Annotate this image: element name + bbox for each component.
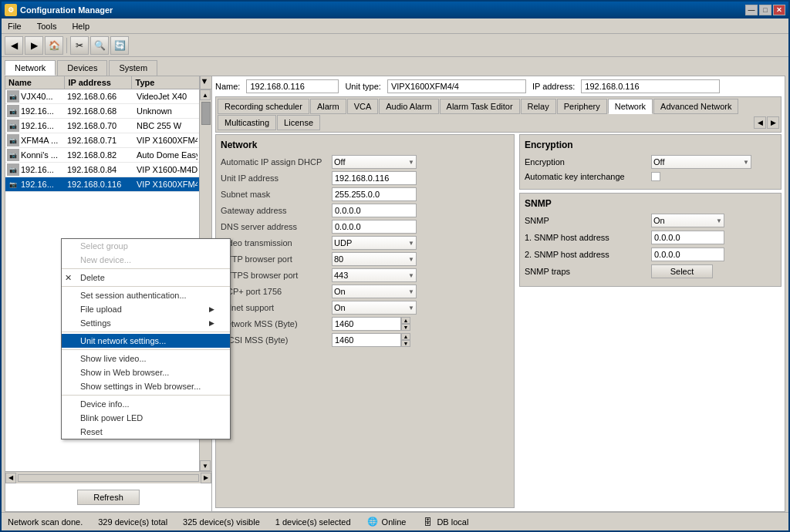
device-row-3[interactable]: 📷 XFM4A ... 192.168.0.71 VIP X1600XFM4/3 bbox=[5, 133, 199, 148]
scroll-down-arrow[interactable]: ▼ bbox=[200, 460, 211, 471]
ctx-blink-led[interactable]: Blink power LED bbox=[62, 411, 230, 425]
device-type-2: NBC 255 W bbox=[137, 121, 198, 130]
refresh-button[interactable]: Refresh bbox=[77, 490, 140, 505]
device-icon-3: 📷 bbox=[7, 134, 19, 146]
tab-devices[interactable]: Devices bbox=[57, 60, 107, 76]
sort-button[interactable]: ▼ bbox=[200, 76, 211, 89]
network-select-7[interactable]: 443 ▼ bbox=[332, 268, 417, 282]
toolbar: ◀ ▶ 🏠 ✂ 🔍 🔄 bbox=[2, 34, 788, 57]
network-input-4[interactable] bbox=[332, 220, 417, 234]
status-connection: 🌐 Online bbox=[366, 516, 407, 528]
tab-alarm-task-editor[interactable]: Alarm Task Editor bbox=[440, 99, 520, 114]
menu-tools[interactable]: Tools bbox=[34, 20, 60, 32]
device-row-5[interactable]: 📷 192.16... 192.168.0.84 VIP X1600-M4D/2 bbox=[5, 163, 199, 177]
titlebar-controls: — □ ✕ bbox=[745, 5, 785, 15]
tab-recording-scheduler[interactable]: Recording scheduler bbox=[218, 99, 309, 114]
scroll-right-arrow[interactable]: ▶ bbox=[201, 473, 211, 483]
network-field-3: Gateway address bbox=[221, 204, 509, 217]
ctx-live-video[interactable]: Show live video... bbox=[62, 352, 230, 365]
toolbar-separator bbox=[66, 38, 67, 53]
scroll-thumb[interactable] bbox=[201, 102, 211, 125]
ctx-settings[interactable]: Settings ▶ bbox=[62, 316, 230, 330]
network-select-5[interactable]: UDP ▼ bbox=[332, 236, 417, 250]
forward-button[interactable]: ▶ bbox=[25, 36, 43, 55]
tab-scroll-left[interactable]: ◀ bbox=[754, 116, 766, 129]
online-icon: 🌐 bbox=[366, 516, 379, 528]
ctx-blink-led-label: Blink power LED bbox=[80, 413, 143, 423]
spinner-up-10[interactable]: ▲ bbox=[401, 317, 410, 324]
spinner-buttons-10: ▲ ▼ bbox=[401, 317, 410, 331]
snmp-input-2[interactable] bbox=[651, 247, 724, 261]
network-input-2[interactable] bbox=[332, 187, 417, 201]
network-spinner-input-10[interactable] bbox=[332, 317, 401, 331]
tab-system[interactable]: System bbox=[109, 60, 157, 76]
tab-multicasting[interactable]: Multicasting bbox=[218, 115, 276, 130]
back-button[interactable]: ◀ bbox=[5, 36, 23, 55]
tab-network[interactable]: Network bbox=[5, 60, 56, 76]
network-input-3[interactable] bbox=[332, 204, 417, 217]
scroll-left-arrow[interactable]: ◀ bbox=[5, 473, 16, 483]
unit-type-label: Unit type: bbox=[345, 82, 380, 91]
menu-file[interactable]: File bbox=[5, 20, 25, 32]
network-field-6: HTTP browser port 80 ▼ bbox=[221, 252, 509, 266]
select-arrow-5: ▼ bbox=[408, 240, 414, 247]
device-row-4[interactable]: 📷 Konni's ... 192.168.0.82 Auto Dome Eas… bbox=[5, 148, 199, 163]
device-row-2[interactable]: 📷 192.16... 192.168.0.70 NBC 255 W bbox=[5, 119, 199, 133]
tab-advanced-network[interactable]: Advanced Network bbox=[653, 99, 738, 114]
refresh-toolbar-button[interactable]: 🔄 bbox=[110, 36, 129, 55]
spinner-down-11[interactable]: ▼ bbox=[401, 340, 410, 347]
network-spinner-10: ▲ ▼ bbox=[332, 317, 410, 331]
device-row-0[interactable]: 📷 VJX40... 192.168.0.66 VideoJet X40 bbox=[5, 89, 199, 104]
network-select-6[interactable]: 80 ▼ bbox=[332, 252, 417, 266]
ctx-unit-network[interactable]: Unit network settings... bbox=[62, 334, 230, 348]
h-scroll-track bbox=[18, 474, 199, 482]
network-spinner-input-11[interactable] bbox=[332, 333, 401, 347]
tab-vca[interactable]: VCA bbox=[347, 99, 379, 114]
network-select-8[interactable]: On ▼ bbox=[332, 285, 417, 298]
tab-audio-alarm[interactable]: Audio Alarm bbox=[379, 99, 438, 114]
menu-help[interactable]: Help bbox=[69, 20, 93, 32]
device-type-4: Auto Dome Easy IP bbox=[137, 150, 198, 160]
ctx-file-upload[interactable]: File upload ▶ bbox=[62, 302, 230, 316]
ctx-sep-3 bbox=[62, 332, 230, 332]
device-row-6[interactable]: 📷 192.16... 192.168.0.116 VIP X1600XFM4/… bbox=[5, 177, 199, 192]
ctx-reset[interactable]: Reset bbox=[62, 425, 230, 439]
encryption-panel: Encryption Encryption Off ▼ Automatic ke… bbox=[519, 134, 782, 190]
tab-network-active[interactable]: Network bbox=[608, 99, 653, 114]
ctx-delete[interactable]: ✕ Delete bbox=[62, 271, 230, 285]
device-list-header: Name IP address Type ▼ bbox=[5, 76, 211, 89]
network-select-0[interactable]: Off ▼ bbox=[332, 155, 417, 169]
close-button[interactable]: ✕ bbox=[773, 5, 785, 15]
enc-select-0[interactable]: Off ▼ bbox=[651, 155, 751, 169]
spinner-down-10[interactable]: ▼ bbox=[401, 324, 410, 331]
network-input-1[interactable] bbox=[332, 171, 417, 185]
scan-button[interactable]: 🔍 bbox=[90, 36, 109, 55]
device-row-1[interactable]: 📷 192.16... 192.168.0.68 Unknown bbox=[5, 104, 199, 119]
maximize-button[interactable]: □ bbox=[759, 5, 771, 15]
tab-license[interactable]: License bbox=[277, 115, 320, 130]
scroll-up-arrow[interactable]: ▲ bbox=[200, 89, 211, 100]
snmp-input-1[interactable] bbox=[651, 231, 724, 244]
ctx-settings-label: Settings bbox=[80, 318, 111, 328]
tab-alarm[interactable]: Alarm bbox=[310, 99, 346, 114]
network-select-9[interactable]: On ▼ bbox=[332, 301, 417, 315]
device-ip-6: 192.168.0.116 bbox=[67, 180, 137, 189]
ctx-device-info[interactable]: Device info... bbox=[62, 397, 230, 411]
snmp-select-button[interactable]: Select bbox=[651, 264, 713, 278]
network-label-6: HTTP browser port bbox=[221, 254, 329, 264]
spinner-up-11[interactable]: ▲ bbox=[401, 333, 410, 340]
ctx-set-session[interactable]: Set session authentication... bbox=[62, 288, 230, 302]
tab-relay[interactable]: Relay bbox=[521, 99, 556, 114]
ctx-settings-web[interactable]: Show settings in Web browser... bbox=[62, 379, 230, 393]
tab-scroll-right[interactable]: ▶ bbox=[767, 116, 779, 129]
network-field-5: Video transmission UDP ▼ bbox=[221, 236, 509, 250]
ctx-web-browser[interactable]: Show in Web browser... bbox=[62, 365, 230, 379]
network-content: Network Automatic IP assign DHCP Off ▼ U… bbox=[215, 134, 782, 508]
enc-checkbox[interactable] bbox=[651, 172, 660, 181]
minimize-button[interactable]: — bbox=[745, 5, 758, 15]
cut-button[interactable]: ✂ bbox=[70, 36, 89, 55]
snmp-select-0[interactable]: On ▼ bbox=[651, 214, 724, 227]
network-field-10: Network MSS (Byte) ▲ ▼ bbox=[221, 317, 509, 331]
home-button[interactable]: 🏠 bbox=[45, 36, 63, 55]
tab-periphery[interactable]: Periphery bbox=[557, 99, 607, 114]
